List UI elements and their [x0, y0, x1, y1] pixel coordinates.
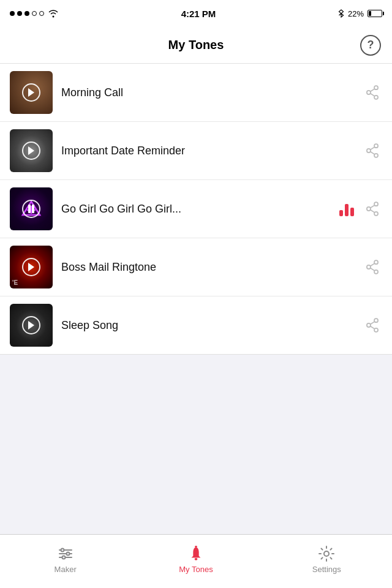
svg-line-11 — [371, 147, 374, 149]
dot-4 — [32, 11, 37, 16]
share-icon — [364, 259, 380, 275]
svg-marker-1 — [28, 88, 34, 97]
svg-marker-7 — [28, 146, 34, 155]
tone-name: Go Girl Go Girl Go Girl... — [61, 203, 334, 216]
svg-line-32 — [371, 326, 374, 329]
tone-thumbnail — [10, 304, 53, 347]
page-title: My Tones — [168, 38, 224, 52]
playing-indicator — [339, 202, 354, 216]
share-button[interactable] — [363, 141, 382, 160]
tone-name: Boss Mail Ringtone — [61, 261, 354, 274]
status-bar: 4:21 PM 22% — [0, 0, 392, 27]
pause-button[interactable] — [22, 200, 40, 218]
list-item[interactable]: Go Girl Go Girl Go Girl... — [0, 180, 392, 238]
svg-line-31 — [371, 322, 374, 324]
play-button[interactable] — [22, 258, 40, 276]
sliders-icon — [57, 545, 74, 562]
main-content: Morning Call Important Date Remi — [0, 64, 392, 571]
tab-settings-label: Settings — [312, 565, 341, 574]
svg-line-25 — [371, 263, 374, 266]
svg-point-8 — [374, 144, 378, 148]
svg-point-18 — [374, 212, 378, 216]
svg-point-36 — [66, 552, 69, 556]
tone-thumbnail — [10, 71, 53, 114]
play-button[interactable] — [22, 141, 40, 160]
svg-point-34 — [61, 549, 64, 552]
wifi-icon — [48, 9, 59, 18]
share-button[interactable] — [363, 199, 382, 219]
svg-point-23 — [367, 265, 371, 269]
share-button[interactable] — [363, 315, 382, 335]
svg-point-2 — [374, 86, 378, 89]
dot-3 — [24, 11, 29, 16]
svg-point-38 — [62, 556, 65, 559]
list-item[interactable]: Morning Call — [0, 64, 392, 122]
play-button[interactable] — [22, 83, 40, 102]
svg-point-9 — [367, 149, 371, 153]
status-time: 4:21 PM — [181, 9, 216, 19]
dot-5 — [39, 11, 44, 16]
play-button[interactable] — [22, 316, 40, 334]
svg-line-5 — [371, 89, 374, 91]
tab-mytones-label: My Tones — [179, 565, 213, 574]
tone-name: Important Date Reminder — [61, 145, 354, 157]
signal-area — [10, 9, 59, 18]
svg-line-20 — [371, 210, 374, 213]
svg-rect-40 — [195, 546, 197, 548]
tab-maker-label: Maker — [55, 565, 77, 574]
share-icon — [364, 143, 380, 159]
svg-marker-27 — [28, 321, 34, 330]
tone-info: Sleep Song — [61, 319, 354, 332]
svg-line-12 — [371, 152, 374, 154]
svg-point-10 — [374, 154, 378, 157]
tone-info: Morning Call — [61, 86, 354, 99]
tone-name: Sleep Song — [61, 319, 354, 332]
tone-thumbnail — [10, 129, 53, 172]
bell-icon — [187, 545, 205, 562]
bell-active-icon — [187, 545, 205, 563]
svg-point-28 — [374, 318, 378, 322]
battery-percentage: 22% — [348, 9, 364, 18]
svg-line-19 — [371, 205, 374, 208]
svg-line-26 — [371, 268, 374, 271]
share-icon — [364, 85, 380, 100]
battery-icon — [368, 10, 382, 17]
header: My Tones ? — [0, 27, 392, 64]
svg-point-22 — [374, 260, 378, 264]
tone-info: Boss Mail Ringtone — [61, 261, 354, 274]
battery-fill — [369, 11, 371, 16]
tab-settings[interactable]: Settings — [262, 545, 392, 578]
tone-thumbnail: 'E — [10, 246, 53, 288]
bluetooth-icon — [338, 9, 344, 18]
tab-maker[interactable]: Maker — [0, 545, 130, 578]
tone-list: Morning Call Important Date Remi — [0, 64, 392, 355]
share-button[interactable] — [363, 83, 382, 102]
tone-info: Go Girl Go Girl Go Girl... — [61, 202, 354, 216]
svg-point-29 — [367, 323, 371, 327]
tone-info: Important Date Reminder — [61, 145, 354, 157]
share-button[interactable] — [363, 257, 382, 277]
list-item[interactable]: 'E Boss Mail Ringtone — [0, 238, 392, 296]
tab-mytones[interactable]: My Tones — [130, 545, 261, 578]
share-icon — [364, 317, 380, 333]
svg-point-4 — [374, 96, 378, 99]
svg-point-41 — [324, 551, 329, 556]
signal-dots — [10, 11, 44, 16]
tone-name: Morning Call — [61, 86, 354, 99]
settings-icon — [318, 545, 335, 562]
svg-marker-21 — [28, 263, 34, 271]
svg-point-3 — [367, 91, 371, 94]
dot-1 — [10, 11, 15, 16]
battery-area: 22% — [338, 9, 382, 18]
svg-point-24 — [374, 270, 378, 274]
help-button[interactable]: ? — [360, 35, 381, 56]
tab-bar: Maker My Tones S — [0, 534, 392, 588]
svg-point-16 — [374, 202, 378, 206]
svg-point-39 — [195, 558, 198, 560]
tone-thumbnail — [10, 187, 53, 230]
list-item[interactable]: Important Date Reminder — [0, 122, 392, 180]
svg-point-17 — [367, 207, 371, 211]
gear-icon — [318, 545, 335, 562]
svg-point-30 — [374, 328, 378, 332]
list-item[interactable]: Sleep Song — [0, 296, 392, 354]
